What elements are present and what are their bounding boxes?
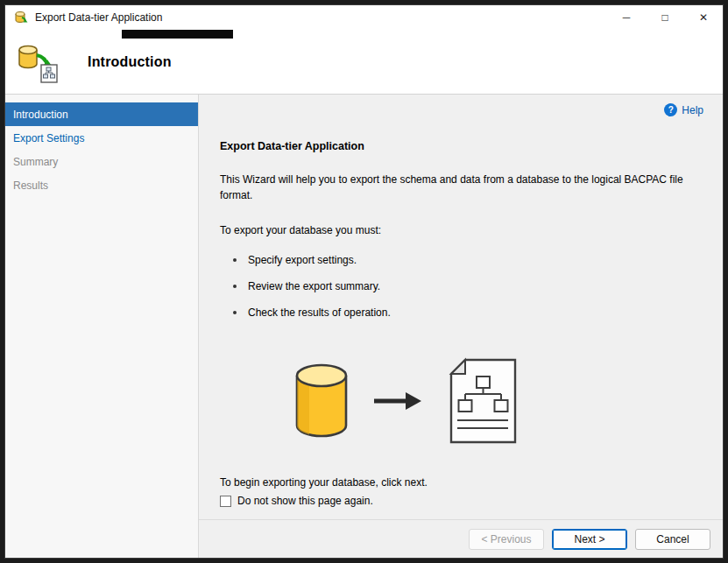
bullet-dot — [233, 285, 237, 288]
content-column: ? Help Export Data-tier Application This… — [199, 95, 723, 558]
bullet-text: Specify export settings. — [248, 254, 357, 266]
begin-text: To begin exporting your database, click … — [220, 476, 705, 489]
sidebar-item-export-settings[interactable]: Export Settings — [5, 126, 198, 150]
next-button[interactable]: Next > — [552, 529, 627, 550]
sidebar-item-label: Export Settings — [13, 132, 84, 144]
close-button[interactable]: ✕ — [684, 5, 723, 30]
page-title: Introduction — [88, 54, 172, 70]
requirements-label: To export your database you must: — [220, 224, 705, 236]
checkbox-label: Do not show this page again. — [237, 495, 373, 507]
bullet-text: Review the export summary. — [248, 280, 380, 292]
bullet-dot — [233, 258, 237, 262]
list-item: Specify export settings. — [220, 254, 705, 266]
bacpac-file-icon — [446, 357, 519, 445]
button-bar: < Previous Next > Cancel — [199, 519, 723, 558]
do-not-show-checkbox[interactable]: Do not show this page again. — [220, 495, 705, 507]
main-area: Introduction Export Settings Summary Res… — [5, 95, 723, 558]
cancel-button[interactable]: Cancel — [635, 529, 710, 550]
app-icon — [14, 11, 28, 25]
intro-paragraph: This Wizard will help you to export the … — [220, 172, 705, 203]
window-title: Export Data-tier Application — [35, 11, 162, 24]
wizard-header: Introduction — [5, 30, 723, 95]
sidebar-item-results[interactable]: Results — [5, 173, 198, 197]
help-label: Help — [682, 104, 703, 116]
sidebar-item-label: Summary — [13, 156, 58, 168]
minimize-button[interactable]: ─ — [607, 5, 646, 30]
export-dac-header-icon — [16, 41, 60, 83]
content-heading: Export Data-tier Application — [220, 140, 705, 152]
checkbox-box[interactable] — [220, 496, 231, 507]
export-illustration — [293, 357, 705, 445]
titlebar: Export Data-tier Application ─ □ ✕ — [5, 5, 723, 30]
requirements-list: Specify export settings. Review the expo… — [220, 254, 705, 319]
page-content: ? Help Export Data-tier Application This… — [199, 95, 723, 519]
titlebar-artifact — [122, 30, 233, 39]
sidebar-item-introduction[interactable]: Introduction — [5, 102, 198, 126]
help-link[interactable]: ? Help — [664, 103, 703, 116]
database-cylinder-icon — [293, 362, 350, 440]
bullet-dot — [233, 311, 237, 314]
list-item: Check the results of operation. — [220, 306, 705, 319]
bullet-text: Check the results of operation. — [248, 306, 391, 319]
sidebar-item-summary[interactable]: Summary — [5, 150, 198, 173]
sidebar-item-label: Results — [13, 179, 48, 192]
previous-button[interactable]: < Previous — [469, 529, 544, 550]
right-arrow-icon — [374, 391, 421, 411]
screen: Export Data-tier Application ─ □ ✕ — [0, 0, 728, 563]
help-question-icon: ? — [664, 103, 677, 116]
maximize-button[interactable]: □ — [646, 5, 684, 30]
list-item: Review the export summary. — [220, 280, 705, 292]
step-sidebar: Introduction Export Settings Summary Res… — [5, 95, 199, 558]
export-dac-wizard-window: Export Data-tier Application ─ □ ✕ — [5, 5, 723, 558]
sidebar-item-label: Introduction — [13, 109, 68, 121]
window-controls: ─ □ ✕ — [607, 5, 723, 30]
